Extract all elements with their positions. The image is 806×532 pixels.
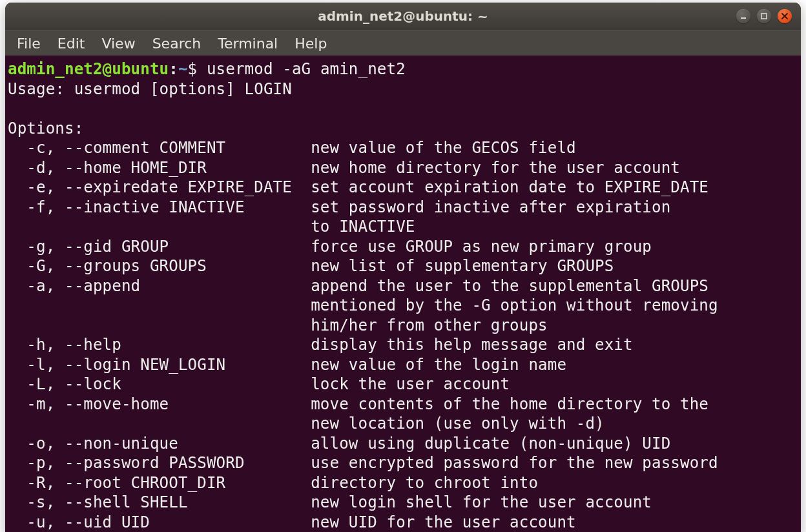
menu-search[interactable]: Search	[145, 33, 209, 54]
output-line: -p, --password PASSWORD use encrypted pa…	[8, 454, 718, 472]
titlebar: admin_net2@ubuntu: ~	[5, 3, 801, 30]
terminal-area[interactable]: admin_net2@ubuntu:~$ usermod -aG amin_ne…	[5, 56, 801, 532]
output-line: him/her from other groups	[8, 316, 548, 334]
minimize-icon	[739, 12, 747, 20]
output-line: -L, --lock lock the user account	[8, 375, 510, 393]
prompt-path: ~	[178, 60, 188, 78]
close-button[interactable]	[778, 9, 792, 23]
window-title: admin_net2@ubuntu: ~	[5, 8, 801, 24]
window-controls	[736, 9, 801, 23]
menubar: File Edit View Search Terminal Help	[5, 30, 801, 56]
output-line: -f, --inactive INACTIVE set password ina…	[8, 198, 670, 216]
output-line: new location (use only with -d)	[8, 414, 604, 433]
command-text: usermod -aG amin_net2	[207, 60, 406, 78]
menu-terminal[interactable]: Terminal	[210, 33, 285, 54]
output-line: -a, --append append the user to the supp…	[8, 277, 708, 295]
output-line: -G, --groups GROUPS new list of suppleme…	[8, 257, 614, 275]
menu-help[interactable]: Help	[287, 33, 335, 54]
output-line: -s, --shell SHELL new login shell for th…	[8, 493, 652, 511]
prompt-dollar: $	[188, 60, 207, 78]
output-line: -h, --help display this help message and…	[8, 336, 633, 354]
output-line: -g, --gid GROUP force use GROUP as new p…	[8, 238, 652, 256]
menu-view[interactable]: View	[94, 33, 143, 54]
output-line: -u, --uid UID new UID for the user accou…	[8, 513, 576, 531]
prompt-user-host: admin_net2@ubuntu	[8, 60, 169, 78]
output-line: Options:	[8, 119, 83, 138]
output-line: Usage: usermod [options] LOGIN	[8, 80, 292, 98]
menu-file[interactable]: File	[9, 33, 48, 54]
output-line: -d, --home HOME_DIR new home directory f…	[8, 159, 680, 177]
menu-edit[interactable]: Edit	[50, 33, 93, 54]
output-line: to INACTIVE	[8, 218, 415, 236]
output-line: mentioned by the -G option without remov…	[8, 296, 718, 314]
output-line: -R, --root CHROOT_DIR directory to chroo…	[8, 474, 538, 492]
output-line: -l, --login NEW_LOGIN new value of the l…	[8, 356, 566, 374]
svg-rect-1	[761, 14, 767, 19]
svg-rect-0	[741, 17, 746, 19]
output-line: -e, --expiredate EXPIRE_DATE set account…	[8, 178, 708, 196]
minimize-button[interactable]	[736, 9, 750, 23]
output-line: -o, --non-unique allow using duplicate (…	[8, 435, 670, 453]
maximize-icon	[760, 12, 768, 20]
output-line: -m, --move-home move contents of the hom…	[8, 395, 708, 413]
output-line: -c, --comment COMMENT new value of the G…	[8, 139, 576, 157]
maximize-button[interactable]	[757, 9, 771, 23]
prompt-colon: :	[169, 60, 178, 78]
terminal-window: admin_net2@ubuntu: ~ File Edit View Sear…	[5, 3, 801, 532]
close-icon	[781, 12, 789, 20]
